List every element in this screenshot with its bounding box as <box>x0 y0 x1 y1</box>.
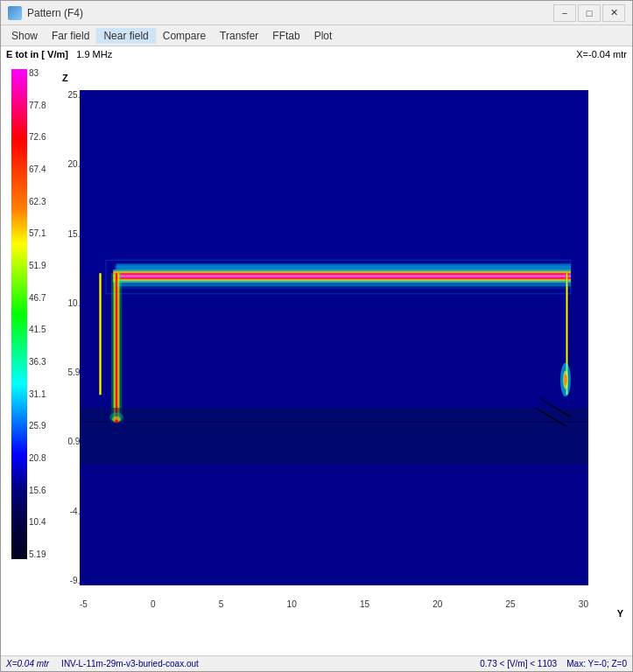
field-range: 0.73 < [V/m] < 1103 <box>480 659 557 668</box>
window-icon <box>8 6 22 20</box>
status-bottom: X=0.04 mtr INV-L-11m-29m-v3-buried-coax.… <box>1 655 632 671</box>
legend-value-8: 41.5 <box>29 326 46 334</box>
legend-value-10: 31.1 <box>29 390 46 399</box>
legend-value-4: 62.3 <box>29 198 46 206</box>
legend-value-3: 67.4 <box>29 165 46 174</box>
window-controls: − □ ✕ <box>553 4 625 22</box>
menu-transfer[interactable]: Transfer <box>213 28 265 44</box>
x-label-5: 20 <box>433 599 442 609</box>
menu-near-field[interactable]: Near field <box>96 28 155 44</box>
freq-label: 1.9 MHz <box>71 49 112 60</box>
menu-show[interactable]: Show <box>4 28 45 44</box>
legend-value-13: 15.6 <box>29 486 46 495</box>
legend-value-9: 36.3 <box>29 358 46 367</box>
status-bar-top: E tot in [ V/m] 1.9 MHz X=-0.04 mtr <box>1 46 632 62</box>
legend-value-7: 46.7 <box>29 294 46 303</box>
svg-point-32 <box>115 419 118 422</box>
close-button[interactable]: ✕ <box>602 4 625 22</box>
svg-rect-18 <box>100 273 101 395</box>
title-bar-left: Pattern (F4) <box>8 6 83 20</box>
menu-far-field[interactable]: Far field <box>45 28 96 44</box>
legend-value-11: 25.9 <box>29 422 46 430</box>
legend-labels: 83 77.8 72.6 67.4 62.3 57.1 51.9 46.7 41… <box>29 69 46 559</box>
legend-value-5: 57.1 <box>29 229 46 238</box>
plot-area: Z 25.9 20.9 15.9 10.9 5.91 0.91 -4.1 -9.… <box>53 62 632 655</box>
svg-point-25 <box>564 374 567 386</box>
svg-rect-15 <box>80 408 588 464</box>
x-coord-bottom: X=0.04 mtr <box>6 659 49 668</box>
menu-plot[interactable]: Plot <box>307 28 340 44</box>
e-label-group: E tot in [ V/m] 1.9 MHz <box>6 48 112 60</box>
e-tot-label: E tot in [ V/m] <box>6 49 68 60</box>
x-label-6: 25 <box>506 599 516 609</box>
window-title: Pattern (F4) <box>27 7 83 19</box>
legend-value-6: 51.9 <box>29 262 46 270</box>
title-bar: Pattern (F4) − □ ✕ <box>1 1 632 25</box>
legend-bar <box>11 69 27 559</box>
bottom-right-group: 0.73 < [V/m] < 1103 Max: Y=-0; Z=0 <box>480 659 627 668</box>
legend-value-1: 77.8 <box>29 102 46 110</box>
legend-value-12: 20.8 <box>29 454 46 463</box>
z-axis-title: Z <box>62 73 68 83</box>
menu-bar: Show Far field Near field Compare Transf… <box>1 25 632 46</box>
x-label-2: 5 <box>219 599 224 609</box>
minimize-button[interactable]: − <box>553 4 576 22</box>
main-content: 83 77.8 72.6 67.4 62.3 57.1 51.9 46.7 41… <box>1 62 632 655</box>
legend-value-2: 72.6 <box>29 133 46 142</box>
legend-value-14: 10.4 <box>29 518 46 527</box>
menu-compare[interactable]: Compare <box>156 28 213 44</box>
x-coord-header: X=-0.04 mtr <box>576 49 627 60</box>
canvas-plot[interactable] <box>80 90 588 585</box>
x-label-7: 30 <box>579 599 588 609</box>
color-legend: 83 77.8 72.6 67.4 62.3 57.1 51.9 46.7 41… <box>1 62 53 655</box>
x-label-0: -5 <box>80 599 88 609</box>
main-window: Pattern (F4) − □ ✕ Show Far field Near f… <box>0 0 633 672</box>
plot-container: Z 25.9 20.9 15.9 10.9 5.91 0.91 -4.1 -9.… <box>53 69 625 620</box>
svg-rect-26 <box>116 264 571 270</box>
menu-fftab[interactable]: FFtab <box>265 28 306 44</box>
x-label-1: 0 <box>151 599 156 609</box>
svg-rect-9 <box>113 275 571 276</box>
maximize-button[interactable]: □ <box>578 4 601 22</box>
max-info: Max: Y=-0; Z=0 <box>566 659 627 668</box>
filename-label: INV-L-11m-29m-v3-buried-coax.out <box>61 659 199 668</box>
x-label-4: 15 <box>360 599 369 609</box>
svg-rect-1 <box>80 90 588 277</box>
y-axis-end-label: Y <box>617 608 623 619</box>
bottom-left-group: X=0.04 mtr INV-L-11m-29m-v3-buried-coax.… <box>6 659 199 668</box>
plot-svg <box>80 90 588 585</box>
x-axis-labels: -5 0 5 10 15 20 25 30 <box>80 599 588 617</box>
legend-value-0: 83 <box>29 69 46 78</box>
svg-rect-14 <box>116 273 117 423</box>
svg-rect-27 <box>116 281 571 286</box>
x-label-3: 10 <box>287 599 297 609</box>
legend-value-15: 5.19 <box>29 550 46 559</box>
